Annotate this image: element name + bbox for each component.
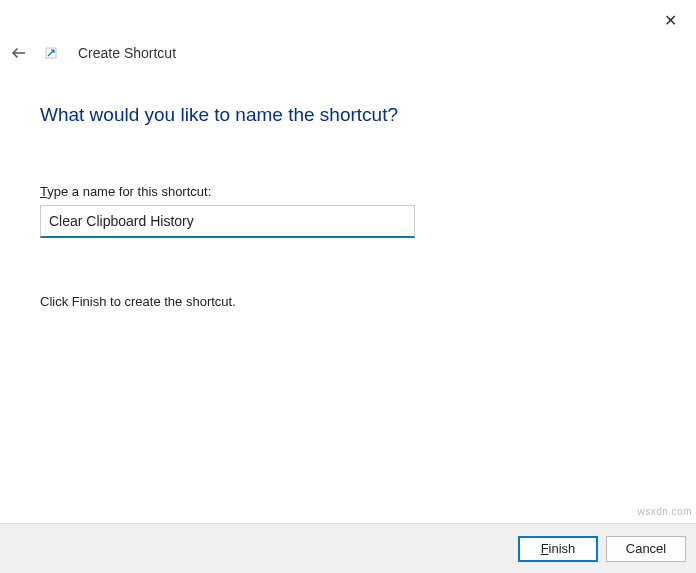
instruction-text: Click Finish to create the shortcut. <box>40 294 656 309</box>
shortcut-icon <box>44 46 58 60</box>
finish-button[interactable]: Finish <box>518 536 598 562</box>
shortcut-name-input[interactable] <box>40 205 415 238</box>
watermark-text: wsxdn.com <box>637 506 692 517</box>
content-area: What would you like to name the shortcut… <box>0 64 696 309</box>
cancel-button[interactable]: Cancel <box>606 536 686 562</box>
close-button[interactable]: ✕ <box>656 6 684 34</box>
header: Create Shortcut <box>0 0 696 64</box>
name-input-label: Type a name for this shortcut: <box>40 184 656 199</box>
back-button[interactable] <box>8 42 30 64</box>
window-title: Create Shortcut <box>78 45 176 61</box>
arrow-left-icon <box>10 44 28 62</box>
page-heading: What would you like to name the shortcut… <box>40 104 656 126</box>
close-icon: ✕ <box>664 11 677 30</box>
footer: Finish Cancel <box>0 523 696 573</box>
